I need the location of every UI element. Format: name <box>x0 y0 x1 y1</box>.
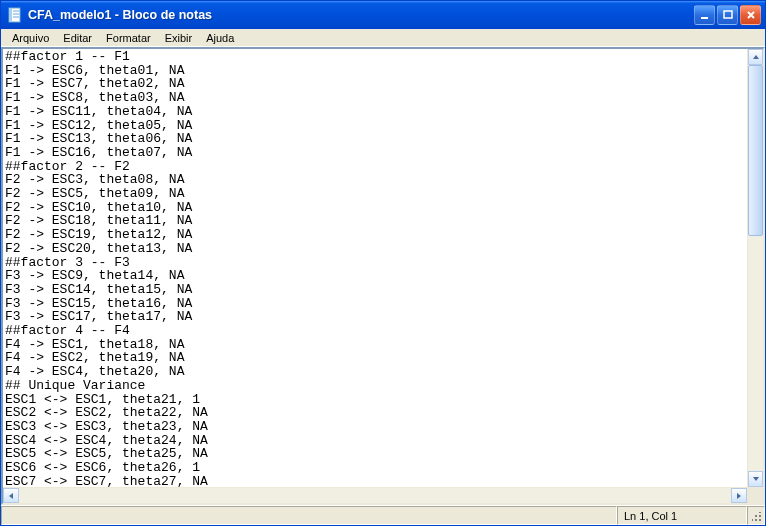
vertical-scrollbar-track[interactable] <box>748 65 763 471</box>
editor-wrap: ##factor 1 -- F1 F1 -> ESC6, theta01, NA… <box>3 49 763 487</box>
menu-file[interactable]: Arquivo <box>5 31 56 45</box>
notepad-window: CFA_modelo1 - Bloco de notas Arquivo Edi… <box>0 0 766 526</box>
menu-view[interactable]: Exibir <box>158 31 200 45</box>
svg-rect-6 <box>724 11 732 18</box>
text-editor[interactable]: ##factor 1 -- F1 F1 -> ESC6, theta01, NA… <box>3 49 747 487</box>
maximize-button[interactable] <box>717 5 738 25</box>
menu-bar: Arquivo Editar Formatar Exibir Ajuda <box>1 29 765 47</box>
status-bar: Ln 1, Col 1 <box>1 505 765 525</box>
menu-help[interactable]: Ajuda <box>199 31 241 45</box>
status-pane-main <box>1 506 617 525</box>
notepad-icon <box>7 7 23 23</box>
title-bar[interactable]: CFA_modelo1 - Bloco de notas <box>1 1 765 29</box>
close-button[interactable] <box>740 5 761 25</box>
window-title: CFA_modelo1 - Bloco de notas <box>28 8 694 22</box>
scroll-left-button[interactable] <box>3 488 19 503</box>
svg-rect-1 <box>9 8 12 22</box>
vertical-scrollbar-thumb[interactable] <box>748 65 763 236</box>
scrollbar-corner <box>747 488 763 503</box>
horizontal-scrollbar[interactable] <box>3 487 763 503</box>
scroll-up-button[interactable] <box>748 49 763 65</box>
resize-grip[interactable] <box>747 506 765 525</box>
client-area: ##factor 1 -- F1 F1 -> ESC6, theta01, NA… <box>1 47 765 505</box>
vertical-scrollbar[interactable] <box>747 49 763 487</box>
window-buttons <box>694 5 761 25</box>
menu-format[interactable]: Formatar <box>99 31 158 45</box>
scroll-down-button[interactable] <box>748 471 763 487</box>
status-cursor-position: Ln 1, Col 1 <box>617 506 747 525</box>
svg-rect-5 <box>701 17 708 19</box>
menu-edit[interactable]: Editar <box>56 31 99 45</box>
horizontal-scrollbar-track[interactable] <box>19 488 731 503</box>
minimize-button[interactable] <box>694 5 715 25</box>
scroll-right-button[interactable] <box>731 488 747 503</box>
